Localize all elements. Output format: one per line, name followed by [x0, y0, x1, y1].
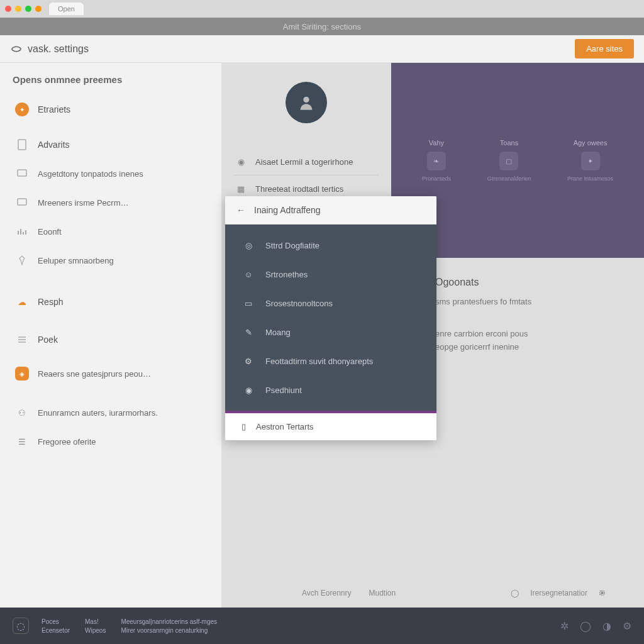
- sidebar-item-label: Advarits: [38, 140, 70, 150]
- app-menu-icon[interactable]: ◌: [13, 618, 29, 634]
- section-text-3: eopge goricerrf inenine: [435, 342, 613, 352]
- hero-tab-asset[interactable]: ◉ Aisaet Lermil a togerirhone: [234, 148, 379, 175]
- bb-line1: Meeursgal|nanriotcerins aslf-mges: [121, 618, 217, 625]
- dropdown-item-psedhiunt[interactable]: ◉ Psedhiunt: [225, 375, 436, 404]
- sidebar-item-asgetdtony[interactable]: Asgetdtony tonpatods inenes: [13, 162, 209, 186]
- sparkle-icon: ✦: [581, 152, 600, 170]
- pin-icon: [15, 253, 29, 267]
- list-icon: [15, 333, 29, 347]
- chat-icon: [15, 196, 29, 209]
- dropdown-menu: ← Inaing Adtraffeng ◎ Sttrd Dogfiatite ☺…: [225, 196, 436, 440]
- sidebar-item-resph[interactable]: ☁ Resph: [13, 290, 209, 314]
- dropdown-title: Inaing Adtraffeng: [254, 205, 321, 215]
- help-icon[interactable]: ◯: [580, 620, 591, 632]
- person-icon: ☺: [242, 267, 255, 281]
- sidebar-item-label: Enunramcn auters, iurarmorhars.: [38, 408, 158, 418]
- sidebar-item-advarits[interactable]: Advarits: [13, 133, 209, 157]
- dropdown-item-label: Srtronethes: [265, 270, 308, 279]
- dropdown-item-label: Moang: [265, 328, 291, 337]
- sidebar-item-label: Poek: [38, 335, 58, 345]
- screen-icon: [15, 167, 29, 180]
- dropdown-item-label: Srosestnonoltcons: [265, 299, 333, 308]
- people-icon: ⚇: [15, 406, 29, 419]
- bb-col2b[interactable]: Wipeos: [85, 627, 106, 634]
- tile-toans[interactable]: Toans ▢ Gtreneanalderien: [487, 139, 531, 182]
- sidebar-item-label: Eeluper smnaorbeng: [38, 256, 114, 265]
- svg-point-3: [303, 97, 309, 103]
- footer-link-2[interactable]: Mudtion: [369, 589, 396, 597]
- bb-col1a[interactable]: Poces: [42, 618, 70, 625]
- bb-col1b[interactable]: Ecensetor: [42, 627, 70, 634]
- swirl-icon: ֍: [599, 589, 606, 597]
- browser-tab[interactable]: Open: [49, 3, 84, 15]
- sidebar-item-enunramcn[interactable]: ⚇ Enunramcn auters, iurarmorhars.: [13, 401, 209, 425]
- cloud-icon: ☁: [15, 295, 29, 309]
- dropdown-item-srosest[interactable]: ▭ Srosestnonoltcons: [225, 289, 436, 318]
- extra-window-icon: [35, 6, 42, 12]
- sidebar-item-eeluper[interactable]: Eeluper smnaorbeng: [13, 248, 209, 272]
- close-window-icon[interactable]: [5, 6, 11, 12]
- tile-agyowees[interactable]: Agy owees ✦ Prane Intoamesos: [567, 139, 613, 182]
- dropdown-item-label: Sttrd Dogfiatite: [265, 241, 319, 250]
- bug-icon[interactable]: ✲: [560, 620, 569, 632]
- sidebar-item-label: Mreeners irsme Pecrm…: [38, 198, 128, 208]
- dropdown-header[interactable]: ← Inaing Adtraffeng: [225, 196, 436, 225]
- sidebar-item-label: Reaers sne gatesjprurs peou…: [38, 369, 151, 379]
- dropdown-footer-item[interactable]: ▯ Aestron Tertarts: [225, 413, 436, 440]
- pen-icon: ✎: [242, 325, 255, 339]
- circle-icon: ◉: [242, 383, 255, 397]
- logo-text: vask. settings: [28, 43, 89, 55]
- leaf-icon: ❧: [427, 152, 446, 170]
- primary-cta-button[interactable]: Aare sites: [575, 39, 634, 58]
- sidebar-item-etrariets[interactable]: ✦ Etrariets: [13, 97, 209, 121]
- window-title: Amit Siriting: sections: [0, 18, 644, 35]
- svg-rect-0: [18, 140, 26, 150]
- footer-link-1[interactable]: Avch Eorennry: [302, 589, 352, 597]
- stack-icon: ☰: [15, 435, 29, 448]
- hero-tab-label: Threeteat irodtadl tertics: [255, 184, 343, 194]
- sidebar-item-label: Eoonft: [38, 227, 62, 236]
- briefcase-icon: ▭: [242, 296, 255, 310]
- app-header: vask. settings Aare sites: [0, 35, 644, 63]
- sidebar-item-label: Etrariets: [38, 104, 70, 114]
- chart-icon: [15, 225, 29, 238]
- square-badge-icon: ◈: [15, 367, 29, 380]
- sidebar-item-fregoree[interactable]: ☰ Fregoree oferite: [13, 430, 209, 453]
- badge-icon: ✦: [15, 103, 29, 116]
- svg-rect-2: [18, 199, 26, 205]
- globe-small-icon: ◯: [511, 589, 519, 597]
- dropdown-item-srtronethes[interactable]: ☺ Srtronethes: [225, 260, 436, 289]
- minimize-window-icon[interactable]: [15, 6, 21, 12]
- gear-icon: ⚙: [242, 354, 255, 368]
- bb-col2a[interactable]: Mas!: [85, 618, 106, 625]
- bottom-bar: ◌ Poces Ecensetor Mas! Wipeos Meeursgal|…: [0, 608, 644, 644]
- utility-footer: Avch Eorennry Mudtion ◯ Irersegnetanatio…: [0, 579, 644, 608]
- svg-rect-1: [18, 170, 26, 176]
- section-text-2: enre carrbion erconi pous: [435, 329, 613, 338]
- dropdown-item-sttrd[interactable]: ◎ Sttrd Dogfiatite: [225, 231, 436, 260]
- book-icon: ▯: [242, 422, 246, 431]
- globe-icon: ◉: [234, 155, 248, 169]
- maximize-window-icon[interactable]: [25, 6, 31, 12]
- dropdown-item-feottad[interactable]: ⚙ Feottadtirm suvit dhonyarepts: [225, 347, 436, 375]
- dropdown-footer-label: Aestron Tertarts: [256, 422, 314, 431]
- settings-icon[interactable]: ⚙: [623, 620, 631, 632]
- sidebar-item-label: Resph: [38, 297, 63, 307]
- avatar[interactable]: [286, 82, 327, 123]
- sidebar-heading: Opens onmnee preemes: [13, 74, 209, 85]
- browser-chrome: Open: [0, 0, 644, 18]
- sidebar-item-reaers[interactable]: ◈ Reaers sne gatesjprurs peou…: [13, 362, 209, 386]
- user-icon: [297, 94, 315, 111]
- bb-line2: Mirer voorsanrngin cenaturking: [121, 627, 217, 634]
- footer-link-3[interactable]: Irersegnetanatior: [530, 589, 587, 597]
- section-text-1: sms prantesfuers fo fmtats: [435, 297, 613, 306]
- notification-icon[interactable]: ◑: [602, 620, 611, 632]
- sidebar-item-poek[interactable]: Poek: [13, 328, 209, 352]
- sidebar-item-mreeners[interactable]: Mreeners irsme Pecrm…: [13, 191, 209, 214]
- dropdown-item-moang[interactable]: ✎ Moang: [225, 318, 436, 347]
- grid-icon: ▦: [234, 182, 248, 196]
- sidebar-item-eoonft[interactable]: Eoonft: [13, 219, 209, 243]
- back-arrow-icon[interactable]: ←: [236, 205, 245, 215]
- tile-vahy[interactable]: Vahy ❧ Pronarseds: [422, 139, 451, 182]
- sidebar-item-label: Asgetdtony tonpatods inenes: [38, 169, 143, 179]
